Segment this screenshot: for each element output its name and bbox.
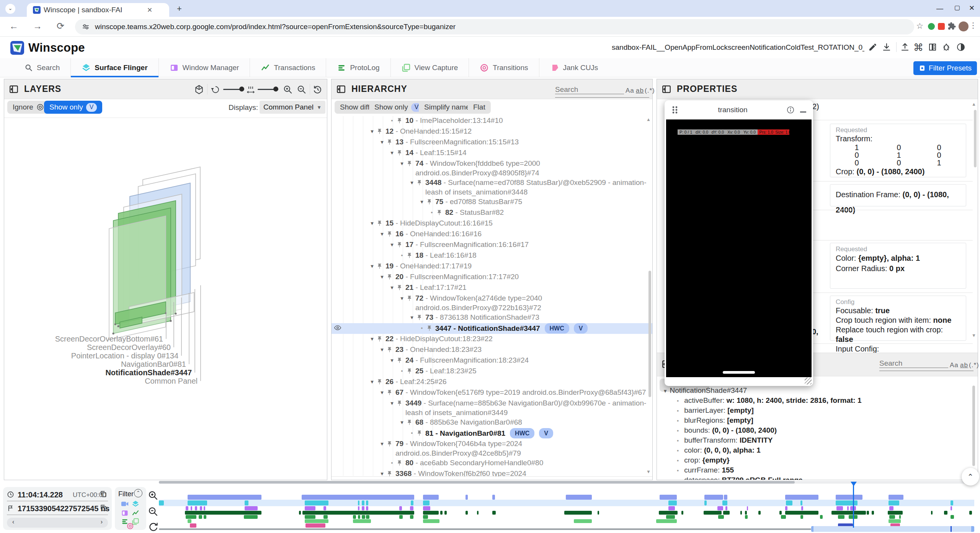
hierarchy-row[interactable]: •3447 - NotificationShade#3447HWCV [332, 323, 652, 334]
timeline-segment[interactable] [245, 500, 249, 505]
pin-icon[interactable] [396, 148, 405, 159]
upload-icon[interactable] [900, 43, 910, 52]
timeline-segment[interactable] [188, 500, 207, 505]
timeline-segment[interactable] [188, 495, 262, 500]
screen-recording-icon[interactable] [121, 501, 129, 507]
timeline-segment[interactable] [889, 506, 893, 510]
layer-label[interactable]: Common Panel [145, 377, 198, 386]
timeline-segment[interactable] [786, 500, 792, 505]
next-frame-icon[interactable]: › [101, 518, 103, 525]
3d-view-cube-icon[interactable] [194, 85, 204, 95]
property-item[interactable]: •activeBuffer: w: 1080, h: 2400, stride:… [677, 396, 862, 405]
expand-arrow-icon[interactable]: ▾ [664, 387, 667, 394]
timeline-segment[interactable] [423, 506, 430, 510]
timeline-segment[interactable] [411, 500, 413, 505]
hierarchy-row[interactable]: •82 - StatusBar#82 [332, 208, 652, 218]
property-item[interactable]: •blurRegions: [empty] [677, 416, 753, 425]
timeline-segment[interactable] [666, 515, 675, 519]
timeline-zoom-reset-icon[interactable] [148, 522, 158, 532]
transactions-icon[interactable] [132, 509, 139, 517]
tab-window-manager[interactable]: Window Manager [159, 58, 250, 77]
tab-surface-flinger[interactable]: Surface Flinger [71, 58, 158, 77]
collapse-panel-icon[interactable] [9, 84, 19, 94]
window-manager-icon[interactable] [121, 509, 129, 517]
match-word-icon[interactable]: ab [636, 87, 644, 95]
property-item[interactable]: •crop: {empty} [677, 456, 730, 464]
timeline-segment[interactable] [195, 506, 197, 510]
hierarchy-row[interactable]: ▾67 - WindowToken{e5176f9 type=2019 andr… [332, 387, 652, 398]
timeline-segment[interactable] [244, 515, 258, 519]
timeline-segment[interactable] [785, 511, 818, 515]
timeline-segment[interactable] [423, 500, 430, 505]
hierarchy-row[interactable]: ▾74 - WindowToken{fdddbe6 type=2000 andr… [332, 159, 652, 178]
layer-label[interactable]: NavigationBar0#81 [121, 360, 186, 369]
expand-arrow-icon[interactable]: ▾ [388, 355, 396, 365]
timeline-segment[interactable] [362, 515, 365, 519]
expand-arrow-icon[interactable]: ▾ [368, 126, 376, 136]
reset-view-icon[interactable] [313, 85, 323, 95]
scroll-up-icon[interactable]: ▲ [972, 101, 976, 107]
property-item[interactable]: •dataspace: BT709 sRGB Full range [677, 476, 803, 480]
timeline-segment[interactable] [740, 511, 742, 515]
timeline-segment[interactable] [800, 500, 802, 505]
edit-pencil-icon[interactable] [868, 43, 877, 52]
forward-icon[interactable]: → [33, 21, 42, 31]
hierarchy-row[interactable]: ▾3449 - Surface(name=885b63e NavigationB… [332, 398, 652, 417]
timeline-track-screen-recording[interactable] [159, 495, 974, 500]
window-minimize-icon[interactable]: — [936, 5, 943, 13]
timeline-segment[interactable] [785, 495, 818, 500]
browser-tab[interactable]: Winscope | sandbox-FAI ✕ [27, 3, 169, 17]
frame-stepper[interactable]: ‹ › [7, 518, 108, 528]
info-icon[interactable] [786, 106, 795, 114]
timeline-segment[interactable] [931, 511, 933, 515]
timeline-segment[interactable] [305, 500, 328, 505]
scroll-down-icon[interactable]: ▼ [646, 469, 651, 474]
flat-chip[interactable]: Flat [468, 101, 491, 114]
timeline-segment[interactable] [199, 515, 202, 519]
pin-icon[interactable] [386, 387, 395, 398]
overlay-header[interactable]: transition [665, 100, 813, 119]
match-case-icon[interactable]: Aa [626, 87, 634, 95]
timeline-segment[interactable] [745, 515, 747, 519]
timeline-segment[interactable] [704, 511, 722, 515]
window-close-icon[interactable]: ✕ [969, 4, 975, 12]
expand-arrow-icon[interactable]: ▾ [408, 312, 416, 322]
timeline-segment[interactable] [831, 511, 866, 515]
screenshot-overlay[interactable]: transition P: 0 / 1dX: 0.0dY: 0.0Xv: 0.0… [665, 100, 813, 386]
timeline-segment[interactable] [724, 495, 727, 500]
timeline-segment[interactable] [466, 511, 468, 515]
transitions-icon[interactable] [126, 522, 134, 530]
expand-arrow-icon[interactable]: ▾ [388, 398, 396, 408]
expand-arrow-icon[interactable]: ▾ [368, 261, 376, 271]
new-tab-button[interactable]: + [177, 4, 182, 14]
timeline-segment[interactable] [838, 515, 844, 519]
pin-icon[interactable] [386, 469, 395, 477]
timeline-segment[interactable] [323, 515, 328, 519]
property-item[interactable]: •bounds: (0, 0) - (1080, 2400) [677, 426, 777, 435]
timeline-segment[interactable] [353, 519, 371, 523]
hierarchy-row[interactable]: ▾21 - Leaf:17:17#21 [332, 283, 652, 293]
timeline-segment[interactable] [302, 495, 414, 500]
expand-arrow-icon[interactable]: ▾ [388, 148, 396, 157]
timeline-track-transactions[interactable] [159, 511, 974, 515]
address-bar[interactable]: winscope.teams.x20web.corp.google.com/pr… [75, 19, 914, 34]
timeline-segment[interactable] [718, 515, 724, 519]
timeline-segment[interactable] [305, 515, 315, 519]
pin-icon[interactable] [416, 178, 425, 188]
timeline-segment[interactable] [889, 515, 895, 519]
hierarchy-row[interactable]: ▾19 - OneHanded:17:17#19 [332, 261, 652, 272]
shortcuts-command-icon[interactable]: ⌘ [913, 42, 923, 54]
timeline-segment[interactable] [800, 515, 803, 519]
extension-red-icon[interactable] [938, 23, 945, 30]
timeline-segment[interactable] [668, 500, 676, 505]
pin-icon[interactable] [396, 283, 405, 293]
timeline-segment[interactable] [574, 519, 592, 523]
pin-icon[interactable] [396, 398, 405, 409]
hierarchy-row[interactable]: ▾14 - Leaf:15:15#14 [332, 148, 652, 159]
tab-close-icon[interactable]: ✕ [147, 6, 152, 14]
hierarchy-row[interactable]: ▾73 - 8736138 NotificationShade#73 [332, 312, 652, 323]
timeline-segment[interactable] [358, 515, 360, 519]
ignore-chip[interactable]: Ignore [7, 101, 49, 114]
timeline-segment[interactable] [779, 511, 782, 515]
property-item[interactable]: •bufferTransform: IDENTITY [677, 436, 773, 445]
